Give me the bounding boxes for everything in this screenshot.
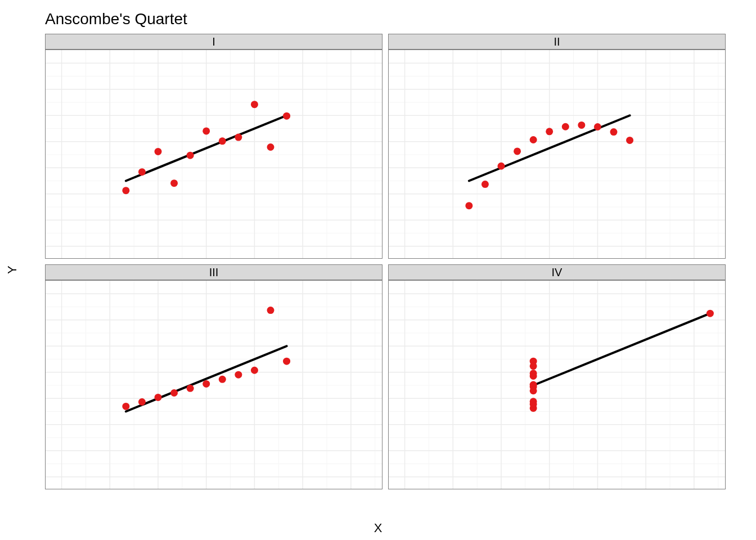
data-point: [170, 179, 178, 187]
data-point: [530, 370, 537, 377]
data-point: [482, 181, 489, 188]
data-point: [283, 358, 290, 365]
facet-II: II: [388, 34, 726, 259]
plot-panel: 036912151802468101214: [45, 280, 382, 489]
plot-svg: [389, 281, 726, 489]
plot-panel: [388, 50, 726, 259]
data-point: [122, 403, 129, 410]
data-point: [530, 362, 537, 370]
data-point: [610, 128, 618, 136]
data-point: [514, 147, 521, 155]
facet-IV: IV0369121518: [388, 264, 726, 489]
data-point: [594, 123, 601, 130]
data-point: [202, 127, 210, 134]
data-point: [155, 148, 162, 155]
facet-III: III036912151802468101214: [45, 264, 382, 489]
data-point: [251, 367, 258, 374]
data-point: [530, 400, 537, 408]
data-point: [138, 168, 146, 176]
data-point: [578, 122, 585, 129]
data-point: [155, 394, 162, 401]
facet-strip: IV: [388, 264, 726, 280]
plot-svg: [46, 281, 382, 489]
facet-strip: II: [388, 34, 726, 50]
data-point: [235, 134, 242, 141]
data-point: [465, 202, 472, 209]
x-axis-label: X: [0, 521, 756, 536]
data-point: [530, 136, 537, 143]
data-point: [626, 137, 633, 144]
data-point: [283, 112, 290, 120]
data-point: [251, 101, 258, 108]
data-point: [267, 143, 274, 151]
data-point: [170, 389, 178, 397]
data-point: [498, 163, 505, 170]
data-point: [219, 376, 226, 383]
data-point: [267, 307, 274, 314]
data-point: [187, 152, 194, 159]
data-point: [122, 187, 129, 194]
chart-title: Anscombe's Quartet: [45, 10, 187, 28]
data-point: [202, 380, 210, 388]
data-point: [546, 128, 553, 135]
plot-panel: 0369121518: [388, 280, 726, 489]
plot-svg: [389, 50, 726, 259]
data-point: [562, 123, 569, 130]
data-point: [187, 385, 194, 392]
y-axis-label: Y: [6, 0, 19, 540]
facet-strip: I: [45, 34, 382, 50]
data-point: [530, 383, 537, 390]
plot-panel: 02468101214: [45, 50, 382, 259]
data-point: [219, 137, 226, 145]
chart-stage: Anscombe's Quartet Y X I02468101214IIIII…: [0, 0, 756, 540]
data-point: [235, 371, 242, 379]
facet-strip: III: [45, 264, 382, 280]
facet-I: I02468101214: [45, 34, 382, 259]
plot-svg: [46, 50, 382, 259]
data-point: [706, 310, 714, 317]
data-point: [138, 398, 146, 406]
